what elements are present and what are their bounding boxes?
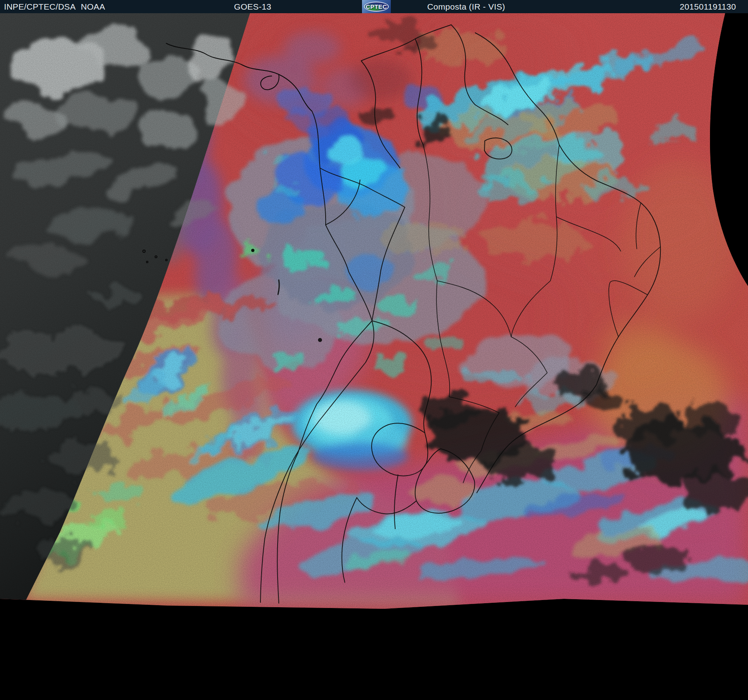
satellite-map xyxy=(0,13,748,700)
satellite-image-viewer: INPE/CPTEC/DSA NOAA GOES-13 CPTEC Compos… xyxy=(0,0,748,700)
timestamp-label: 201501191130 xyxy=(680,0,736,13)
agency-label: INPE/CPTEC/DSA xyxy=(4,0,76,13)
product-label: Composta (IR - VIS) xyxy=(427,0,505,13)
title-bar: INPE/CPTEC/DSA NOAA GOES-13 CPTEC Compos… xyxy=(0,0,748,13)
lake-dot xyxy=(251,249,254,252)
satellite-composite-image xyxy=(0,13,748,700)
satellite-label: GOES-13 xyxy=(234,0,271,13)
cptec-logo: CPTEC xyxy=(362,0,391,13)
cptec-logo-text: CPTEC xyxy=(362,0,391,13)
noaa-label: NOAA xyxy=(81,0,105,13)
